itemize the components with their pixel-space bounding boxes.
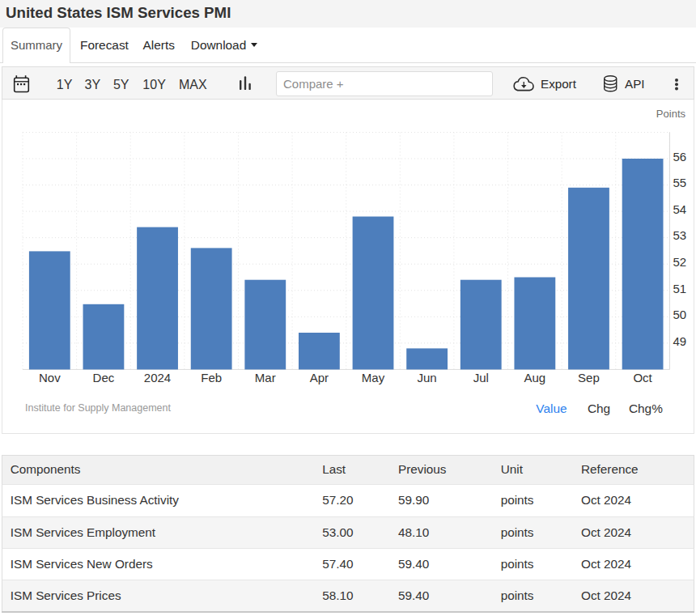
svg-text:Institute for Supply Managemen: Institute for Supply Management xyxy=(25,402,171,414)
svg-text:Points: Points xyxy=(656,108,686,120)
svg-text:2024: 2024 xyxy=(144,371,171,384)
svg-text:52: 52 xyxy=(673,255,687,269)
svg-text:Aug: Aug xyxy=(524,371,546,384)
svg-text:May: May xyxy=(362,371,385,384)
svg-text:Value: Value xyxy=(536,401,567,415)
svg-text:49: 49 xyxy=(673,334,687,348)
svg-text:Oct: Oct xyxy=(633,371,652,384)
svg-text:54: 54 xyxy=(673,202,687,216)
svg-text:Sep: Sep xyxy=(578,371,600,384)
svg-text:Nov: Nov xyxy=(39,371,61,384)
svg-text:Mar: Mar xyxy=(255,371,276,384)
svg-text:50: 50 xyxy=(673,308,687,321)
svg-text:Feb: Feb xyxy=(201,371,222,384)
svg-text:51: 51 xyxy=(673,282,687,295)
svg-text:Jun: Jun xyxy=(418,371,437,384)
svg-text:Apr: Apr xyxy=(310,371,329,384)
svg-text:53: 53 xyxy=(673,228,687,242)
svg-text:Chg: Chg xyxy=(588,401,610,415)
svg-text:56: 56 xyxy=(673,150,687,164)
svg-text:Chg%: Chg% xyxy=(629,401,663,415)
svg-text:Jul: Jul xyxy=(473,371,489,384)
svg-text:Dec: Dec xyxy=(93,371,115,384)
svg-text:55: 55 xyxy=(673,176,687,189)
